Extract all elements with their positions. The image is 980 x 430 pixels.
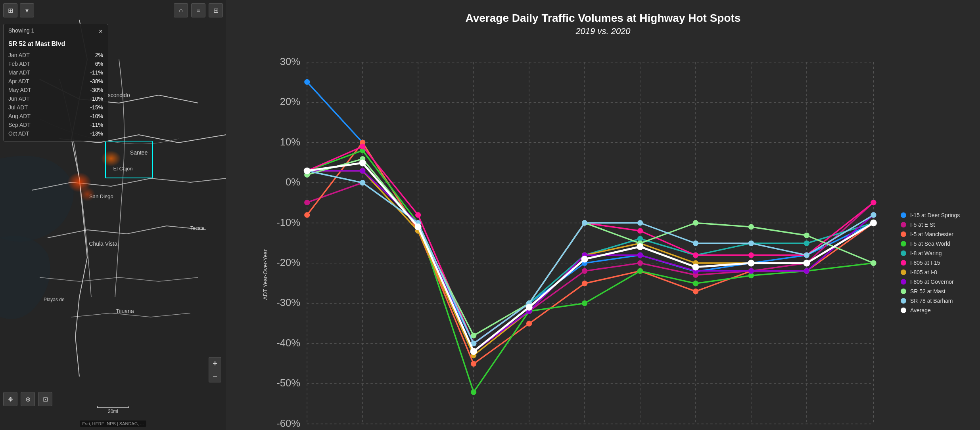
svg-point-117 <box>637 228 643 233</box>
map-zoom-controls: + − <box>209 357 221 382</box>
chart-svg: .grid-line { stroke: #555; stroke-width:… <box>262 44 885 430</box>
legend-dot <box>901 269 906 275</box>
legend-item: SR 78 at Barham <box>901 298 972 304</box>
info-row: Jun ADT-10% <box>8 94 103 103</box>
svg-point-174 <box>748 260 754 266</box>
svg-text:30%: 30% <box>280 56 300 67</box>
chart-inner: .grid-line { stroke: #555; stroke-width:… <box>262 44 885 430</box>
list-button[interactable]: ≡ <box>191 3 205 17</box>
map-background: Escondido Santee El Cajon San Diego Chul… <box>0 0 226 430</box>
svg-point-109 <box>804 241 809 246</box>
svg-point-176 <box>870 220 877 226</box>
svg-point-11 <box>79 187 95 201</box>
map-toolbar-left: ⊞ ▾ <box>3 3 34 17</box>
info-panel-rows: Jan ADT2%Feb ADT6%Mar ADT-11%Apr ADT-38%… <box>4 49 108 141</box>
legend-dot <box>901 241 906 247</box>
legend-dot <box>901 212 906 218</box>
chart-subtitle: 2019 vs. 2020 <box>575 26 630 36</box>
zoom-in-button[interactable]: + <box>209 357 221 370</box>
svg-point-112 <box>360 143 365 149</box>
svg-point-81 <box>471 361 476 367</box>
map-scale: 20mi <box>97 406 129 414</box>
svg-text:0%: 0% <box>286 176 300 187</box>
zoom-out-button[interactable]: − <box>209 370 221 382</box>
svg-point-56 <box>304 79 310 85</box>
svg-point-95 <box>637 268 643 274</box>
legend-dot <box>901 279 906 285</box>
legend-dot <box>901 298 906 304</box>
svg-text:Playas de: Playas de <box>44 297 65 302</box>
zoom-tool-button[interactable]: ⊕ <box>21 392 35 406</box>
info-row: Sep ADT-11% <box>8 120 103 129</box>
info-row: Mar ADT-11% <box>8 68 103 77</box>
legend-dot <box>901 250 906 256</box>
scale-label: 20mi <box>108 409 118 414</box>
info-row: Feb ADT6% <box>8 59 103 68</box>
chart-area: ADT Year-Over-Year .grid-line { stroke: … <box>234 44 893 430</box>
pan-tool-button[interactable]: ✥ <box>3 392 17 406</box>
legend-dot <box>901 222 906 227</box>
legend-item: I-5 at E St <box>901 222 972 228</box>
svg-point-83 <box>582 281 587 286</box>
svg-text:-20%: -20% <box>276 257 300 268</box>
location-title: SR 52 at Mast Blvd <box>4 37 108 49</box>
legend-item: I-805 at Governor <box>901 279 972 285</box>
svg-point-94 <box>582 300 587 306</box>
svg-point-161 <box>637 220 643 226</box>
svg-text:Santee: Santee <box>130 149 148 156</box>
svg-rect-12 <box>262 45 885 430</box>
svg-text:20%: 20% <box>280 96 300 107</box>
svg-point-85 <box>693 289 698 294</box>
select-tool-button[interactable]: ⊡ <box>38 392 52 406</box>
grid-button[interactable]: ⊞ <box>209 3 223 17</box>
dropdown-button[interactable]: ▾ <box>20 3 34 17</box>
map-bottom-toolbar: ✥ ⊕ ⊡ <box>3 392 52 406</box>
svg-point-73 <box>637 260 643 266</box>
svg-point-141 <box>748 268 754 274</box>
close-button[interactable]: ✕ <box>97 27 105 35</box>
svg-text:-30%: -30% <box>276 297 300 308</box>
info-row: Aug ADT-10% <box>8 112 103 120</box>
legend-item: SR 52 at Mast <box>901 288 972 294</box>
chart-title: Average Daily Traffic Volumes at Highway… <box>466 12 741 25</box>
svg-text:Chula Vista: Chula Vista <box>89 241 117 247</box>
svg-point-163 <box>748 241 754 246</box>
svg-text:El Cajon: El Cajon <box>113 166 132 172</box>
svg-point-151 <box>693 220 698 226</box>
svg-point-162 <box>693 241 698 246</box>
chart-container: ADT Year-Over-Year .grid-line { stroke: … <box>234 44 972 430</box>
svg-point-152 <box>748 224 754 229</box>
selection-tool-button[interactable]: ⊞ <box>3 3 17 17</box>
info-panel-header: Showing 1 ✕ <box>4 24 108 37</box>
legend-item: I-15 at Deer Springs <box>901 212 972 218</box>
legend-item: I-805 at I-8 <box>901 269 972 275</box>
svg-point-156 <box>360 180 365 185</box>
info-row: Jan ADT2% <box>8 51 103 59</box>
legend-item: Average <box>901 307 972 313</box>
svg-point-173 <box>692 264 699 270</box>
svg-point-96 <box>693 281 698 286</box>
legend-item: I-8 at Waring <box>901 250 972 256</box>
svg-point-168 <box>415 224 422 230</box>
svg-text:-40%: -40% <box>276 337 300 348</box>
legend-item: I-805 at I-15 <box>901 260 972 266</box>
svg-point-164 <box>804 252 809 258</box>
svg-text:10%: 10% <box>280 136 300 147</box>
legend-dot <box>901 308 906 313</box>
svg-text:-10%: -10% <box>276 217 300 228</box>
svg-point-113 <box>415 212 421 218</box>
svg-point-67 <box>304 200 310 205</box>
svg-point-165 <box>871 212 876 218</box>
svg-point-10 <box>101 151 121 166</box>
svg-text:Tecate: Tecate <box>190 226 205 231</box>
svg-point-118 <box>693 252 698 258</box>
legend-item: I-5 at Manchester <box>901 231 972 237</box>
svg-point-160 <box>582 220 587 226</box>
svg-text:Tijuana: Tijuana <box>116 308 134 314</box>
svg-point-82 <box>526 321 532 327</box>
svg-point-121 <box>871 200 876 205</box>
svg-point-139 <box>637 252 643 258</box>
svg-point-169 <box>470 348 477 355</box>
svg-point-92 <box>471 389 476 395</box>
home-button[interactable]: ⌂ <box>174 3 188 17</box>
